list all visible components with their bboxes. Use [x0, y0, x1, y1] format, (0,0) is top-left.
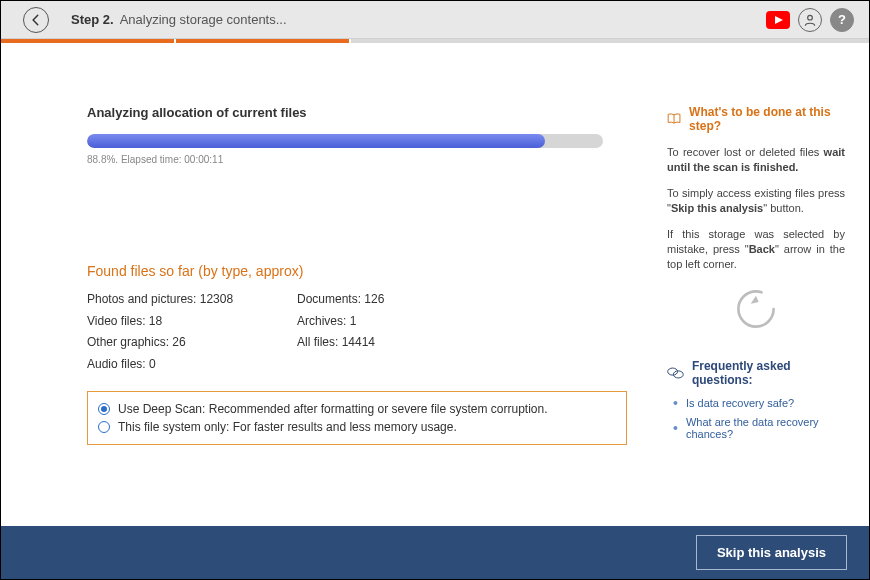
progress-subtext: 88.8%. Elapsed time: 00:00:11: [87, 154, 627, 165]
header-bar: Step 2. Analyzing storage contents... ?: [1, 1, 869, 39]
main-content: Analyzing allocation of current files 88…: [1, 43, 667, 526]
option-deep-scan[interactable]: Use Deep Scan: Recommended after formatt…: [98, 400, 616, 418]
faq-link-chances[interactable]: What are the data recovery chances?: [686, 416, 845, 440]
help-button[interactable]: ?: [829, 7, 855, 33]
arrow-left-icon: [29, 13, 43, 27]
progress-title: Analyzing allocation of current files: [87, 105, 627, 120]
radio-icon: [98, 421, 110, 433]
account-button[interactable]: [797, 7, 823, 33]
loading-spinner: [667, 287, 845, 331]
stats-grid: Photos and pictures: 12308 Video files: …: [87, 289, 627, 375]
help-sidebar: What's to be done at this step? To recov…: [667, 43, 869, 526]
found-heading: Found files so far (by type, approx): [87, 263, 627, 279]
help-heading: What's to be done at this step?: [667, 105, 845, 133]
svg-point-1: [808, 15, 813, 20]
stat-all-files: All files: 14414: [297, 332, 384, 354]
youtube-icon: [766, 11, 790, 29]
radio-icon: [98, 403, 110, 415]
stat-archives: Archives: 1: [297, 311, 384, 333]
back-button[interactable]: [23, 7, 49, 33]
stat-photos: Photos and pictures: 12308: [87, 289, 267, 311]
youtube-button[interactable]: [765, 7, 791, 33]
faq-item: Is data recovery safe?: [673, 395, 845, 411]
user-icon: [798, 8, 822, 32]
step-description: Analyzing storage contents...: [120, 12, 287, 27]
stat-documents: Documents: 126: [297, 289, 384, 311]
stat-audio: Audio files: 0: [87, 354, 267, 376]
option-deep-scan-label: Use Deep Scan: Recommended after formatt…: [118, 402, 548, 416]
question-icon: ?: [830, 8, 854, 32]
option-fs-only[interactable]: This file system only: For faster result…: [98, 418, 616, 436]
faq-item: What are the data recovery chances?: [673, 416, 845, 440]
faq-link-safe[interactable]: Is data recovery safe?: [686, 397, 794, 409]
footer-bar: Skip this analysis: [1, 526, 869, 579]
book-icon: [667, 112, 681, 126]
stat-video: Video files: 18: [87, 311, 267, 333]
progress-bar-fill: [87, 134, 545, 148]
step-number: Step 2.: [71, 12, 114, 27]
faq-list: Is data recovery safe? What are the data…: [667, 395, 845, 440]
help-text: To recover lost or deleted files wait un…: [667, 145, 845, 273]
scan-options-box: Use Deep Scan: Recommended after formatt…: [87, 391, 627, 445]
progress-bar: [87, 134, 603, 148]
skip-analysis-button[interactable]: Skip this analysis: [696, 535, 847, 570]
stat-other-graphics: Other graphics: 26: [87, 332, 267, 354]
faq-heading: Frequently asked questions:: [667, 359, 845, 387]
faq-icon: [667, 366, 684, 380]
option-fs-only-label: This file system only: For faster result…: [118, 420, 457, 434]
spinner-icon: [734, 287, 778, 331]
